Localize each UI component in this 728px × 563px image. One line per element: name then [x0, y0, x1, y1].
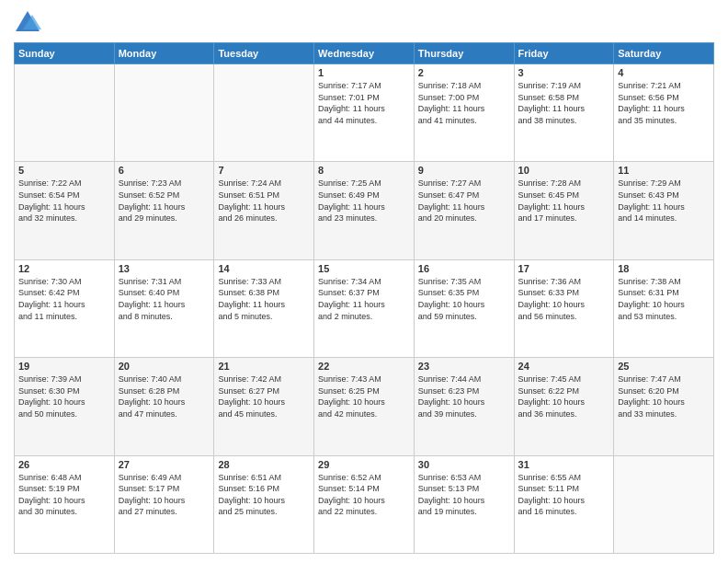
week-row-3: 12Sunrise: 7:30 AM Sunset: 6:42 PM Dayli… — [15, 259, 714, 357]
calendar-cell: 27Sunrise: 6:49 AM Sunset: 5:17 PM Dayli… — [114, 455, 214, 553]
calendar-cell: 16Sunrise: 7:35 AM Sunset: 6:35 PM Dayli… — [414, 259, 514, 357]
day-number: 7 — [218, 165, 310, 176]
day-number: 19 — [18, 361, 110, 372]
day-info: Sunrise: 7:21 AM Sunset: 6:56 PM Dayligh… — [618, 80, 710, 126]
calendar-cell: 22Sunrise: 7:43 AM Sunset: 6:25 PM Dayli… — [314, 358, 415, 455]
day-info: Sunrise: 7:17 AM Sunset: 7:01 PM Dayligh… — [318, 80, 410, 126]
day-info: Sunrise: 7:29 AM Sunset: 6:43 PM Dayligh… — [618, 178, 710, 224]
day-info: Sunrise: 6:48 AM Sunset: 5:19 PM Dayligh… — [18, 472, 110, 518]
day-number: 25 — [618, 361, 710, 372]
weekday-header-thursday: Thursday — [414, 43, 514, 64]
calendar-cell: 3Sunrise: 7:19 AM Sunset: 6:58 PM Daylig… — [514, 64, 614, 162]
calendar-cell: 19Sunrise: 7:39 AM Sunset: 6:30 PM Dayli… — [15, 358, 115, 455]
day-number: 12 — [18, 263, 110, 274]
weekday-header-row: SundayMondayTuesdayWednesdayThursdayFrid… — [15, 43, 714, 64]
day-info: Sunrise: 7:44 AM Sunset: 6:23 PM Dayligh… — [418, 373, 510, 419]
weekday-header-tuesday: Tuesday — [214, 43, 314, 64]
calendar-cell: 13Sunrise: 7:31 AM Sunset: 6:40 PM Dayli… — [114, 259, 214, 357]
calendar-cell: 25Sunrise: 7:47 AM Sunset: 6:20 PM Dayli… — [614, 358, 714, 455]
calendar-cell: 18Sunrise: 7:38 AM Sunset: 6:31 PM Dayli… — [614, 259, 714, 357]
day-info: Sunrise: 7:28 AM Sunset: 6:45 PM Dayligh… — [518, 178, 610, 224]
day-info: Sunrise: 7:19 AM Sunset: 6:58 PM Dayligh… — [518, 80, 610, 126]
day-info: Sunrise: 7:43 AM Sunset: 6:25 PM Dayligh… — [318, 373, 410, 419]
calendar-cell: 29Sunrise: 6:52 AM Sunset: 5:14 PM Dayli… — [314, 455, 415, 553]
day-info: Sunrise: 7:33 AM Sunset: 6:38 PM Dayligh… — [218, 276, 310, 322]
week-row-2: 5Sunrise: 7:22 AM Sunset: 6:54 PM Daylig… — [15, 162, 714, 259]
calendar-cell: 4Sunrise: 7:21 AM Sunset: 6:56 PM Daylig… — [614, 64, 714, 162]
week-row-1: 1Sunrise: 7:17 AM Sunset: 7:01 PM Daylig… — [15, 64, 714, 162]
day-info: Sunrise: 7:34 AM Sunset: 6:37 PM Dayligh… — [318, 276, 410, 322]
calendar-cell — [15, 64, 115, 162]
day-number: 5 — [18, 165, 110, 176]
day-info: Sunrise: 7:40 AM Sunset: 6:28 PM Dayligh… — [119, 373, 210, 419]
calendar-table: SundayMondayTuesdayWednesdayThursdayFrid… — [14, 42, 714, 554]
calendar-cell — [614, 455, 714, 553]
page: SundayMondayTuesdayWednesdayThursdayFrid… — [0, 0, 728, 563]
day-number: 13 — [119, 263, 210, 274]
calendar-cell: 7Sunrise: 7:24 AM Sunset: 6:51 PM Daylig… — [214, 162, 314, 259]
day-number: 14 — [218, 263, 310, 274]
calendar-cell: 17Sunrise: 7:36 AM Sunset: 6:33 PM Dayli… — [514, 259, 614, 357]
day-number: 4 — [618, 67, 710, 78]
day-number: 27 — [119, 459, 210, 470]
calendar-cell: 2Sunrise: 7:18 AM Sunset: 7:00 PM Daylig… — [414, 64, 514, 162]
calendar-cell: 20Sunrise: 7:40 AM Sunset: 6:28 PM Dayli… — [114, 358, 214, 455]
day-number: 24 — [518, 361, 610, 372]
calendar-cell: 21Sunrise: 7:42 AM Sunset: 6:27 PM Dayli… — [214, 358, 314, 455]
day-number: 31 — [518, 459, 610, 470]
day-number: 18 — [618, 263, 710, 274]
calendar-cell — [214, 64, 314, 162]
day-info: Sunrise: 7:31 AM Sunset: 6:40 PM Dayligh… — [119, 276, 210, 322]
day-info: Sunrise: 7:36 AM Sunset: 6:33 PM Dayligh… — [518, 276, 610, 322]
day-info: Sunrise: 7:22 AM Sunset: 6:54 PM Dayligh… — [18, 178, 110, 224]
calendar-cell: 14Sunrise: 7:33 AM Sunset: 6:38 PM Dayli… — [214, 259, 314, 357]
day-number: 23 — [418, 361, 510, 372]
day-number: 9 — [418, 165, 510, 176]
weekday-header-sunday: Sunday — [15, 43, 115, 64]
calendar-cell: 12Sunrise: 7:30 AM Sunset: 6:42 PM Dayli… — [15, 259, 115, 357]
day-number: 21 — [218, 361, 310, 372]
header — [14, 9, 714, 35]
calendar-cell: 23Sunrise: 7:44 AM Sunset: 6:23 PM Dayli… — [414, 358, 514, 455]
day-info: Sunrise: 7:47 AM Sunset: 6:20 PM Dayligh… — [618, 373, 710, 419]
calendar-cell: 11Sunrise: 7:29 AM Sunset: 6:43 PM Dayli… — [614, 162, 714, 259]
day-info: Sunrise: 7:38 AM Sunset: 6:31 PM Dayligh… — [618, 276, 710, 322]
day-number: 15 — [318, 263, 410, 274]
calendar-cell: 31Sunrise: 6:55 AM Sunset: 5:11 PM Dayli… — [514, 455, 614, 553]
week-row-5: 26Sunrise: 6:48 AM Sunset: 5:19 PM Dayli… — [15, 455, 714, 553]
weekday-header-saturday: Saturday — [614, 43, 714, 64]
day-info: Sunrise: 7:23 AM Sunset: 6:52 PM Dayligh… — [119, 178, 210, 224]
day-number: 1 — [318, 67, 410, 78]
calendar-cell: 10Sunrise: 7:28 AM Sunset: 6:45 PM Dayli… — [514, 162, 614, 259]
weekday-header-friday: Friday — [514, 43, 614, 64]
calendar-cell: 15Sunrise: 7:34 AM Sunset: 6:37 PM Dayli… — [314, 259, 415, 357]
week-row-4: 19Sunrise: 7:39 AM Sunset: 6:30 PM Dayli… — [15, 358, 714, 455]
calendar-cell: 8Sunrise: 7:25 AM Sunset: 6:49 PM Daylig… — [314, 162, 415, 259]
logo-icon — [14, 9, 41, 35]
day-number: 26 — [18, 459, 110, 470]
logo — [14, 9, 45, 35]
day-number: 28 — [218, 459, 310, 470]
day-info: Sunrise: 7:45 AM Sunset: 6:22 PM Dayligh… — [518, 373, 610, 419]
day-number: 16 — [418, 263, 510, 274]
day-info: Sunrise: 6:53 AM Sunset: 5:13 PM Dayligh… — [418, 472, 510, 518]
day-number: 20 — [119, 361, 210, 372]
day-info: Sunrise: 7:35 AM Sunset: 6:35 PM Dayligh… — [418, 276, 510, 322]
calendar-cell: 6Sunrise: 7:23 AM Sunset: 6:52 PM Daylig… — [114, 162, 214, 259]
day-number: 17 — [518, 263, 610, 274]
day-number: 11 — [618, 165, 710, 176]
day-number: 3 — [518, 67, 610, 78]
day-info: Sunrise: 6:51 AM Sunset: 5:16 PM Dayligh… — [218, 472, 310, 518]
weekday-header-wednesday: Wednesday — [314, 43, 415, 64]
day-info: Sunrise: 7:24 AM Sunset: 6:51 PM Dayligh… — [218, 178, 310, 224]
calendar-cell: 30Sunrise: 6:53 AM Sunset: 5:13 PM Dayli… — [414, 455, 514, 553]
calendar-cell: 28Sunrise: 6:51 AM Sunset: 5:16 PM Dayli… — [214, 455, 314, 553]
calendar-cell: 24Sunrise: 7:45 AM Sunset: 6:22 PM Dayli… — [514, 358, 614, 455]
day-number: 22 — [318, 361, 410, 372]
day-number: 30 — [418, 459, 510, 470]
day-number: 6 — [119, 165, 210, 176]
calendar-cell: 9Sunrise: 7:27 AM Sunset: 6:47 PM Daylig… — [414, 162, 514, 259]
calendar-cell: 5Sunrise: 7:22 AM Sunset: 6:54 PM Daylig… — [15, 162, 115, 259]
day-info: Sunrise: 7:42 AM Sunset: 6:27 PM Dayligh… — [218, 373, 310, 419]
day-info: Sunrise: 6:52 AM Sunset: 5:14 PM Dayligh… — [318, 472, 410, 518]
